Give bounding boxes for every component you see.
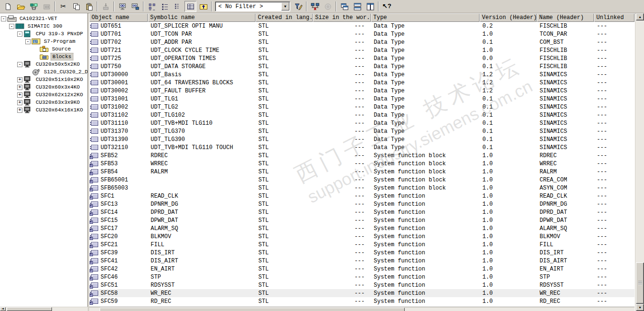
chevron-down-icon[interactable]: ▼ — [281, 2, 289, 10]
tree-item-label[interactable]: CU320x50x5x2KO — [34, 61, 81, 68]
collapse-icon[interactable]: - — [9, 24, 14, 29]
table-row-udt651[interactable]: UDT651UDT_SPLICER OPTI MANUSTL---Data Ty… — [89, 22, 634, 30]
cut-button[interactable]: ✂ — [57, 1, 69, 12]
offline-button[interactable] — [129, 1, 141, 12]
expand-icon[interactable]: + — [17, 108, 22, 113]
table-row-udt31390[interactable]: UDT31390UDT_TLG390STL---Data Type0.1SINA… — [89, 135, 634, 143]
column-header-version-header-[interactable]: Version (Header) — [480, 13, 537, 22]
collapse-icon[interactable]: - — [25, 39, 31, 44]
table-row-udt31370[interactable]: UDT31370UDT_TLG370STL---Data Type0.1SINA… — [89, 127, 634, 135]
cascade-windows-button[interactable] — [338, 1, 350, 12]
column-header-size-in-the-wor-[interactable]: Size in the wor... — [313, 13, 371, 22]
table-row-sfc42[interactable]: SFC42EN_AIRTSTL---System function1.0EN_A… — [89, 265, 634, 273]
online-button[interactable] — [116, 1, 128, 12]
table-row-sfc14[interactable]: SFC14DPRD_DATSTL---System function1.0DPR… — [89, 208, 634, 216]
column-header-type[interactable]: Type — [371, 13, 480, 22]
tile-vertical-button[interactable] — [364, 1, 376, 12]
tree-item-cu320x64x16x1ko[interactable]: +CU320x64x16x1KO — [0, 106, 88, 114]
table-row-sfc20[interactable]: SFC20BLKMOVSTL---System function1.0BLKMO… — [89, 232, 634, 241]
up-one-level-button[interactable] — [197, 1, 209, 12]
table-row-sfc1[interactable]: SFC1READ_CLKSTL---System function1.0READ… — [89, 192, 634, 200]
tree-item-label[interactable]: CA102321-VET — [18, 15, 59, 22]
list-view-button[interactable] — [172, 1, 184, 12]
vertical-scrollbar[interactable]: ▲ ▼ — [635, 13, 644, 311]
tree-item-label[interactable]: CPU 319-3 PNxDP — [34, 30, 84, 37]
network-button[interactable] — [309, 1, 321, 12]
table-row-sfc58[interactable]: SFC58WR_RECSTL---System function1.0WR_RE… — [89, 289, 634, 297]
table-horizontal-scrollbar[interactable] — [89, 307, 634, 311]
table-row-udt32110[interactable]: UDT32110UDT_TVB+MDI TLG110 TOUCHSTL---Da… — [89, 143, 634, 151]
table-row-udt31102[interactable]: UDT31102UDT_TLG102STL---Data Type0.1SINA… — [89, 111, 634, 119]
tree-item-s120-cu320-2-dp[interactable]: S120_CU320_2_DP — [0, 68, 88, 76]
tree-item-blocks[interactable]: Blocks — [0, 53, 88, 60]
table-row-sfc13[interactable]: SFC13DPNRM_DGSTL---System function1.0DPN… — [89, 200, 634, 208]
table-row-sfc15[interactable]: SFC15DPWR_DATSTL---System function1.0DPW… — [89, 216, 634, 224]
table-row-udt30001[interactable]: UDT30001UDT_64 TRAVERSING BLOCKSSTL---Da… — [89, 79, 634, 87]
tree-item-cu320x50x5x2ko[interactable]: -CU320x50x5x2KO — [0, 60, 88, 68]
table-row-udt721[interactable]: UDT721UDT_CLOCK CYCLE TIMESTL---Data Typ… — [89, 46, 634, 54]
column-header-created-in-lang-[interactable]: Created in lang... — [256, 13, 313, 22]
collapse-icon[interactable]: - — [17, 31, 22, 37]
table-row-sfc39[interactable]: SFC39DIS_IRTSTL---System function1.0DIS_… — [89, 249, 634, 257]
table-row-sfc17[interactable]: SFC17ALARM_SQSTL---System function1.0ALA… — [89, 224, 634, 232]
tree-item-ca102321-vet[interactable]: -CA102321-VET — [0, 15, 88, 22]
table-row-udt750[interactable]: UDT750UDT_DATA STORAGESTL---Data Type0.1… — [89, 62, 634, 70]
tree-item-cu320x60x3x4ko[interactable]: +CU320x60x3x4KO — [0, 83, 88, 91]
table-row-udt31002[interactable]: UDT31002UDT_TLG2STL---Data Type0.1SINAMI… — [89, 103, 634, 111]
collapse-icon[interactable]: - — [17, 62, 22, 67]
table-row-sfb53[interactable]: SFB53WRRECSTL---System function block1.0… — [89, 160, 634, 168]
tree-item-label[interactable]: Source — [51, 46, 72, 52]
table-row-sfc59[interactable]: SFC59RD_RECSTL---System function1.0RD_RE… — [89, 297, 634, 305]
tree-scrollbar-thumb[interactable] — [7, 307, 52, 311]
tree-item-s7-program[interactable]: -S7S7-Program — [0, 38, 88, 45]
tree-item-label[interactable]: CU320x63x3x9KO — [34, 99, 81, 106]
small-icons-button[interactable] — [159, 1, 171, 12]
edit-filter-button[interactable] — [292, 1, 304, 12]
table-row-udt31001[interactable]: UDT31001UDT_TLG1STL---Data Type0.1SINAMI… — [89, 95, 634, 103]
column-header-object-name[interactable]: Object name — [89, 13, 148, 22]
tree-item-label[interactable]: CU320x64x16x1KO — [34, 107, 84, 113]
tree-item-source[interactable]: Source — [0, 45, 88, 53]
table-row-sfb52[interactable]: SFB52RDRECSTL---System function block1.0… — [89, 151, 634, 160]
tree-item-label[interactable]: CU320x60x3x4KO — [34, 84, 81, 90]
tree-item-label[interactable]: S7-Program — [42, 38, 77, 45]
tree-item-label[interactable]: Blocks — [51, 53, 73, 60]
table-row-sfb65003[interactable]: SFB65003STL---System function block1.0AS… — [89, 184, 634, 192]
table-row-udt725[interactable]: UDT725UDT_OPERATION TIMESSTL---Data Type… — [89, 54, 634, 62]
scroll-down-arrow-icon[interactable]: ▼ — [636, 304, 644, 311]
expand-icon[interactable]: + — [17, 85, 22, 90]
tree-item-cu320x63x3x9ko[interactable]: +CU320x63x3x9KO — [0, 99, 88, 106]
tree-item-cu320x51x10x2ko[interactable]: +CU320x51x10x2KO — [0, 76, 88, 83]
tree-item-cpu-319-3-pnxdp[interactable]: -CPU 319-3 PNxDP — [0, 30, 88, 38]
table-row-udt702[interactable]: UDT702UDT_ADDR PARSTL---Data Type0.1COM_… — [89, 38, 634, 46]
scroll-up-arrow-icon[interactable]: ▲ — [636, 13, 644, 20]
table-row-udt31110[interactable]: UDT31110UDT_TVB+MDI TLG110STL---Data Typ… — [89, 119, 634, 127]
accessible-nodes-button[interactable] — [28, 1, 40, 12]
large-icons-button[interactable] — [146, 1, 158, 12]
collapse-icon[interactable]: - — [1, 16, 6, 21]
column-header-symbolic-name[interactable]: Symbolic name — [148, 13, 256, 22]
table-row-sfb65001[interactable]: SFB65001STL---System function block1.0CR… — [89, 176, 634, 184]
scroll-left-arrow-icon[interactable]: ◄ — [0, 307, 6, 311]
expand-icon[interactable]: + — [17, 92, 22, 98]
tree-horizontal-scrollbar[interactable]: ◄ — [0, 307, 88, 311]
tree-item-label[interactable]: SIMATIC 300 — [26, 23, 64, 30]
copy-button[interactable] — [70, 1, 82, 12]
details-view-button[interactable] — [184, 1, 196, 12]
tree-item-simatic-300[interactable]: -SIMATIC 300 — [0, 22, 88, 30]
expand-icon[interactable]: + — [17, 77, 22, 82]
tree-item-label[interactable]: CU320x62x12x2KO — [34, 91, 84, 98]
table-row-udt30000[interactable]: UDT30000UDT_BasisSTL---Data Type1.2SINAM… — [89, 70, 634, 79]
column-header-name-header-[interactable]: Name (Header) — [537, 13, 594, 22]
vertical-scrollbar-thumb[interactable] — [636, 262, 644, 304]
tree-item-cu320x62x12x2ko[interactable]: +CU320x62x12x2KO — [0, 91, 88, 99]
filter-combobox[interactable]: < No Filter >▼ — [215, 1, 290, 11]
paste-button[interactable] — [83, 1, 95, 12]
table-row-sfc41[interactable]: SFC41DIS_AIRTSTL---System function1.0DIS… — [89, 257, 634, 265]
table-row-udt701[interactable]: UDT701UDT_TCON PARSTL---Data Type1.0TCON… — [89, 30, 634, 38]
column-header-unlinked[interactable]: Unlinked — [594, 13, 634, 22]
table-row-udt30002[interactable]: UDT30002UDT_FAULT BUFFERSTL---Data Type1… — [89, 87, 634, 95]
table-row-sfc51[interactable]: SFC51RDSYSSTSTL---System function1.0RDSY… — [89, 281, 634, 289]
tree-item-label[interactable]: CU320x51x10x2KO — [34, 76, 84, 83]
open-button[interactable] — [15, 1, 27, 12]
